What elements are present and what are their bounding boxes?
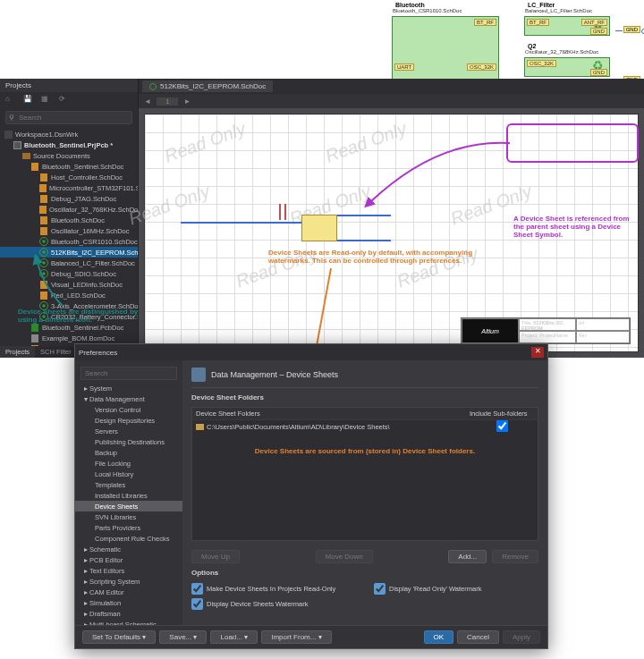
folder-icon: [196, 424, 204, 430]
refresh-icon[interactable]: ⟳: [59, 95, 70, 106]
sch-icon: [39, 226, 48, 235]
tree-node-label: Debug_JTAG.SchDoc: [51, 195, 116, 203]
prefs-nav-item[interactable]: ▸ Scripting System: [75, 576, 182, 587]
load-button[interactable]: Load... ▾: [210, 630, 258, 644]
tree-node[interactable]: Workspace1.DsnWrk: [0, 129, 138, 139]
prefs-nav-item[interactable]: SVN Libraries: [75, 511, 182, 522]
move-up-button[interactable]: Move Up: [191, 550, 240, 563]
page-nav-icon[interactable]: ◄: [144, 97, 151, 106]
prefs-nav-item[interactable]: Version Control: [75, 404, 182, 415]
altium-logo: Altium: [462, 318, 519, 343]
prefs-nav-item[interactable]: ▸ System: [75, 383, 182, 393]
ok-button[interactable]: OK: [424, 630, 454, 644]
prefs-nav-item[interactable]: Backup: [75, 447, 182, 458]
tree-node-label: Red_LED.SchDoc: [51, 291, 106, 300]
prefs-page-header: Data Management – Device Sheets: [191, 368, 538, 388]
tree-node[interactable]: Debug_JTAG.SchDoc: [0, 193, 138, 204]
option-checkbox[interactable]: [191, 583, 203, 595]
tree-node-label: Bluetooth_Sentinel.PcbDoc: [42, 324, 123, 332]
prefs-nav-item[interactable]: Servers: [75, 426, 182, 436]
tree-node-label: Bluetooth.SchDoc: [51, 216, 105, 224]
document-tab[interactable]: 512KBits_I2C_EEPROM.SchDoc: [142, 80, 273, 92]
prefs-nav-item[interactable]: Installed Libraries: [75, 490, 182, 501]
folder-row[interactable]: C:\Users\Public\Documents\Altium\AD\Libr…: [192, 419, 538, 434]
prefs-nav-item[interactable]: Publishing Destinations: [75, 436, 182, 447]
schematic-eeprom-chip: [301, 215, 337, 241]
add-folder-button[interactable]: Add...: [448, 550, 487, 563]
device-sheet-folders-list[interactable]: Device Sheet Folders Include Sub-folders…: [191, 407, 538, 541]
tree-node-label: 512KBits_I2C_EEPROM.SchDoc: [51, 249, 138, 257]
page-field[interactable]: 1: [157, 97, 178, 106]
prefs-nav-item[interactable]: Component Rule Checks: [75, 533, 182, 544]
tree-node[interactable]: 512KBits_I2C_EEPROM.SchDoc: [0, 247, 138, 258]
tree-node[interactable]: Red_LED.SchDoc: [0, 290, 138, 300]
tree-node[interactable]: Oscillator_16MHz.SchDoc: [0, 225, 138, 236]
prefs-nav-item[interactable]: ▸ Simulation: [75, 597, 182, 608]
port: GND: [590, 69, 607, 76]
prefs-nav-item[interactable]: ▸ Draftsman: [75, 608, 182, 619]
close-icon[interactable]: ✕: [531, 347, 544, 358]
defaults-button[interactable]: Set To Defaults ▾: [82, 630, 156, 644]
schematic-wires: [181, 222, 301, 224]
devsheet-icon: [39, 248, 48, 257]
preferences-dialog: Preferences ✕ ▸ System▾ Data ManagementV…: [74, 343, 548, 649]
tab-projects[interactable]: Projects: [0, 346, 35, 358]
projects-search-input[interactable]: [5, 111, 132, 124]
save-icon[interactable]: 💾: [23, 95, 34, 106]
save-button[interactable]: Save... ▾: [159, 630, 207, 644]
tree-node[interactable]: Source Documents: [0, 150, 138, 161]
prefs-nav-item[interactable]: ▾ Data Management: [75, 393, 182, 404]
title-block: Title: 512KBits I2C EEPROM A4 Altium Pro…: [461, 317, 631, 344]
prefs-nav-item[interactable]: ▸ PCB Editor: [75, 554, 182, 565]
options-group: Make Device Sheets In Projects Read-Only…: [191, 582, 538, 611]
wrk-icon: [4, 130, 13, 139]
annotation-icon: Device Sheets are distinguished by using…: [18, 308, 152, 324]
tree-node[interactable]: Bluetooth.SchDoc: [0, 215, 138, 225]
tree-node[interactable]: Oscillator_32_768KHz.SchDoc: [0, 204, 138, 215]
tree-node[interactable]: Balanced_LC_Filter.SchDoc: [0, 258, 138, 268]
tree-node[interactable]: Debug_SDIO.SchDoc: [0, 268, 138, 279]
option-label: Display 'Read Only' Watermark: [389, 585, 481, 593]
tree-node-label: Balanced_LC_Filter.SchDoc: [51, 259, 135, 267]
tree-node[interactable]: Host_Controller.SchDoc: [0, 172, 138, 182]
prefs-nav-item[interactable]: File Locking: [75, 458, 182, 469]
tree-node[interactable]: Bluetooth_CSR1010.SchDoc: [0, 236, 138, 247]
prefs-nav-item[interactable]: Device Sheets: [75, 501, 182, 511]
include-subfolders-checkbox[interactable]: [496, 420, 508, 432]
prefs-nav-item[interactable]: ▸ Text Editors: [75, 565, 182, 576]
prefs-nav-item[interactable]: ▸ Schematic: [75, 544, 182, 554]
import-button[interactable]: Import From... ▾: [261, 630, 331, 644]
prefs-search-input[interactable]: [80, 367, 177, 380]
cancel-button[interactable]: Cancel: [457, 630, 499, 644]
compile-icon[interactable]: ▦: [41, 95, 52, 106]
tree-node[interactable]: Microcontroller_STM32F101.SchDoc: [0, 182, 138, 193]
remove-folder-button[interactable]: Remove: [492, 550, 538, 563]
option-row[interactable]: Display 'Read Only' Watermark: [374, 582, 538, 596]
prefs-nav-item[interactable]: Templates: [75, 479, 182, 490]
prefs-nav-item[interactable]: ▸ Multi-board Schematic: [75, 619, 182, 625]
option-checkbox[interactable]: [374, 583, 386, 595]
tree-node[interactable]: Visual_LEDInfo.SchDoc: [0, 279, 138, 290]
option-row[interactable]: Make Device Sheets In Projects Read-Only: [191, 582, 356, 596]
pcb-icon: [30, 323, 39, 332]
prefs-nav-item[interactable]: Local History: [75, 469, 182, 479]
move-down-button[interactable]: Move Down: [316, 550, 373, 563]
preferences-title: Preferences: [79, 349, 117, 357]
apply-button[interactable]: Apply: [503, 630, 540, 644]
option-row[interactable]: Display Device Sheets Watermark: [191, 597, 356, 611]
prefs-nav-item[interactable]: ▸ CAM Editor: [75, 587, 182, 597]
home-icon[interactable]: ⌂: [5, 95, 16, 106]
prefs-nav-item[interactable]: Design Repositories: [75, 415, 182, 426]
annotation-folders: Device Sheets are sourced from (stored i…: [228, 447, 502, 455]
tree-node[interactable]: Example_BOM.BomDoc: [0, 333, 138, 343]
eeprom-highlight-frame: [506, 123, 639, 163]
prefs-nav-item[interactable]: Parts Providers: [75, 522, 182, 533]
page-next-icon[interactable]: ►: [183, 97, 191, 106]
tree-node[interactable]: Bluetooth_Sentinel.SchDoc: [0, 161, 138, 172]
tree-node[interactable]: Bluetooth_Sentinel.PrjPcb *: [0, 139, 138, 150]
devsheet-icon: [39, 258, 48, 267]
sch-icon: [39, 194, 48, 203]
option-checkbox[interactable]: [191, 598, 203, 610]
section-title: Device Sheet Folders: [191, 393, 538, 401]
tab-sch-filter[interactable]: SCH Filter: [35, 346, 77, 358]
